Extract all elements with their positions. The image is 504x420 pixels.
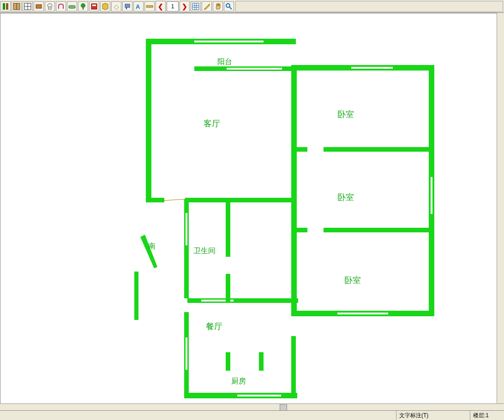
- svg-rect-82: [281, 393, 297, 398]
- label-bed1: 卧室: [337, 110, 354, 119]
- svg-rect-72: [187, 298, 201, 303]
- svg-rect-12: [83, 7, 84, 10]
- svg-rect-47: [291, 147, 307, 152]
- chair-icon[interactable]: [56, 1, 66, 12]
- ruler-icon[interactable]: [144, 1, 155, 12]
- svg-rect-43: [351, 65, 393, 67]
- book-icon[interactable]: [100, 1, 110, 12]
- measure-icon[interactable]: [202, 1, 212, 12]
- svg-rect-55: [429, 230, 434, 315]
- next-page-button[interactable]: ❯: [180, 1, 190, 12]
- furniture-icon[interactable]: [34, 1, 44, 12]
- svg-rect-84: [134, 272, 138, 320]
- svg-marker-29: [204, 4, 210, 9]
- status-floor: 楼层:1: [470, 411, 504, 420]
- svg-line-31: [229, 7, 232, 9]
- label-balcony: 阳台: [217, 58, 232, 65]
- paint-icon[interactable]: [122, 1, 132, 12]
- svg-rect-49: [429, 149, 434, 177]
- svg-rect-66: [184, 312, 189, 337]
- svg-rect-77: [259, 352, 264, 371]
- svg-rect-75: [234, 298, 298, 303]
- svg-rect-42: [291, 65, 351, 71]
- svg-rect-68: [187, 337, 189, 370]
- svg-rect-76: [226, 352, 230, 371]
- svg-rect-35: [264, 39, 296, 44]
- svg-marker-83: [140, 235, 157, 268]
- vertical-scrollbar[interactable]: [497, 13, 504, 403]
- svg-rect-24: [192, 3, 199, 10]
- svg-rect-63: [184, 213, 186, 245]
- label-compass: 南: [148, 242, 156, 250]
- svg-rect-9: [48, 7, 51, 9]
- svg-rect-36: [146, 39, 151, 202]
- svg-point-30: [226, 4, 230, 7]
- svg-rect-16: [125, 4, 130, 7]
- label-dining: 餐厅: [206, 322, 222, 331]
- svg-rect-58: [337, 314, 388, 316]
- svg-rect-56: [291, 311, 337, 316]
- svg-line-85: [163, 199, 185, 201]
- svg-rect-7: [36, 5, 42, 8]
- cabinet-icon[interactable]: [89, 1, 99, 12]
- label-kitchen: 厨房: [231, 377, 246, 385]
- tree-icon[interactable]: [78, 1, 88, 12]
- svg-rect-54: [324, 228, 434, 232]
- text-icon[interactable]: A: [133, 1, 144, 12]
- door2-icon[interactable]: [12, 1, 22, 12]
- label-bed3: 卧室: [344, 276, 361, 285]
- svg-rect-65: [184, 245, 189, 298]
- page-number-field[interactable]: 1: [167, 1, 179, 12]
- svg-rect-33: [194, 39, 264, 41]
- svg-rect-32: [146, 39, 194, 44]
- svg-rect-71: [226, 274, 230, 302]
- svg-rect-80: [237, 393, 281, 395]
- svg-rect-59: [388, 311, 434, 316]
- prev-page-button[interactable]: ❮: [156, 1, 166, 12]
- eraser-icon[interactable]: [111, 1, 121, 12]
- svg-rect-53: [291, 228, 307, 232]
- svg-rect-34: [194, 42, 264, 44]
- svg-rect-60: [146, 198, 164, 202]
- main-toolbar: A ❮ 1 ❯: [0, 0, 504, 13]
- svg-rect-38: [227, 66, 282, 68]
- svg-rect-44: [351, 69, 393, 71]
- svg-rect-10: [69, 6, 75, 8]
- svg-rect-81: [237, 396, 281, 398]
- zoom-icon[interactable]: [224, 1, 234, 12]
- svg-rect-45: [393, 65, 434, 71]
- toilet-icon[interactable]: [45, 1, 55, 12]
- status-mode: 文字标注(T): [396, 411, 472, 420]
- svg-rect-50: [429, 177, 431, 214]
- window-icon[interactable]: [23, 1, 33, 12]
- horizontal-scrollbar[interactable]: [0, 403, 504, 411]
- label-bed2: 卧室: [337, 193, 354, 202]
- svg-rect-73: [201, 298, 234, 300]
- svg-rect-37: [194, 66, 227, 71]
- hand-icon[interactable]: [213, 1, 223, 12]
- svg-rect-78: [291, 336, 296, 396]
- status-bar: 文字标注(T) 楼层:1: [0, 410, 504, 420]
- grid-icon[interactable]: [191, 1, 201, 12]
- svg-rect-74: [201, 302, 234, 303]
- svg-rect-48: [324, 147, 434, 152]
- svg-rect-57: [337, 311, 388, 313]
- floorplan-canvas[interactable]: 阳台 客厅 卧室 卧室 卧室 卫生间 餐厅 厨房 南: [0, 13, 498, 404]
- svg-rect-17: [126, 7, 127, 9]
- svg-rect-1: [6, 3, 8, 10]
- label-bath: 卫生间: [193, 247, 216, 254]
- svg-rect-46: [429, 65, 434, 150]
- label-living: 客厅: [204, 119, 220, 128]
- svg-point-11: [81, 3, 85, 8]
- toolbar-spacer: [235, 1, 503, 12]
- svg-rect-51: [432, 177, 434, 214]
- svg-rect-0: [3, 3, 5, 10]
- svg-rect-79: [184, 393, 237, 398]
- door-icon[interactable]: [0, 1, 11, 12]
- svg-rect-13: [91, 4, 97, 9]
- svg-rect-41: [291, 65, 297, 316]
- horizontal-scroll-thumb[interactable]: [280, 404, 287, 411]
- sofa-icon[interactable]: [67, 1, 77, 12]
- svg-rect-67: [184, 337, 186, 370]
- svg-rect-39: [227, 70, 282, 71]
